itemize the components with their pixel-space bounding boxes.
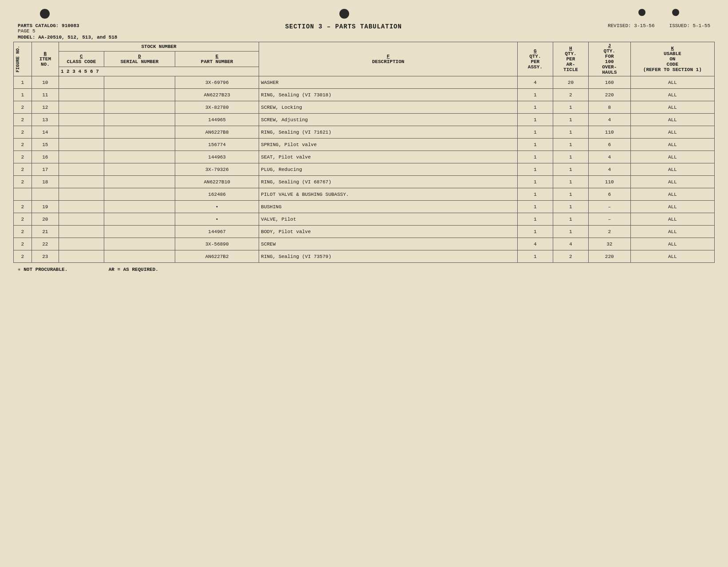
col-g-header: G QTY.PERASSY.: [517, 42, 553, 76]
cell-part: 3X-56890: [175, 238, 259, 250]
cell-part: 144963: [175, 151, 259, 163]
cell-qty-art: 2: [553, 89, 588, 101]
cell-part: 144967: [175, 226, 259, 238]
cell-desc: BODY, Pilot valve: [259, 226, 517, 238]
model-line: MODEL: AA-20510, 512, 513, and 518: [13, 35, 715, 40]
cell-qty-assy: 1: [517, 226, 553, 238]
table-row: 1 10 3X-69796 WASHER 4 20 160 ALL: [14, 76, 715, 89]
cell-qty-100: 4: [588, 163, 630, 176]
col-j-header: J QTY.FOR100OVER-HAULS: [588, 42, 630, 76]
cell-fig: 2: [14, 101, 32, 114]
cell-qty-100: 4: [588, 151, 630, 163]
cell-qty-100: 220: [588, 89, 630, 101]
cell-fig: 2: [14, 114, 32, 126]
cell-part: •: [175, 201, 259, 213]
catalog-number: 910083: [62, 23, 79, 28]
cell-fig: 2: [14, 238, 32, 250]
cell-desc: RING, Sealing (VI 73018): [259, 89, 517, 101]
col-b-label: B: [44, 51, 47, 56]
cell-usable: ALL: [630, 250, 714, 263]
cell-desc: SCREW, Adjusting: [259, 114, 517, 126]
footer-notes: ✳ NOT PROCURABLE. AR = AS REQUIRED.: [13, 266, 715, 272]
cell-qty-100: 8: [588, 101, 630, 114]
cell-serial: [104, 151, 175, 163]
issued-label: ISSUED:: [669, 23, 690, 28]
table-row: 2 16 144963 SEAT, Pilot valve 1 1 4 ALL: [14, 151, 715, 163]
cell-class: [59, 163, 104, 176]
cell-part: AN6227B10: [175, 176, 259, 188]
cell-qty-art: 1: [553, 114, 588, 126]
cell-part: 3X-82780: [175, 101, 259, 114]
cell-usable: ALL: [630, 238, 714, 250]
cell-usable: ALL: [630, 176, 714, 188]
col-header-row-1: FIGURE NO. B ITEM NO. STOCK NUMBER F DES…: [14, 42, 715, 52]
cell-desc: PLUG, Reducing: [259, 163, 517, 176]
col-c-label: CLASS CODE: [67, 59, 96, 64]
cell-serial: [104, 89, 175, 101]
cell-class: [59, 176, 104, 188]
cell-qty-100: 4: [588, 114, 630, 126]
header-left: PARTS CATALOG: 910083 PAGE 5: [18, 23, 79, 34]
cell-qty-100: 32: [588, 238, 630, 250]
stock-number-label: STOCK NUMBER: [142, 44, 177, 49]
cell-usable: ALL: [630, 101, 714, 114]
col-f-header: F DESCRIPTION: [259, 42, 517, 76]
cell-item: 15: [31, 139, 59, 151]
cell-usable: ALL: [630, 151, 714, 163]
cell-serial: [104, 126, 175, 139]
cell-qty-assy: 1: [517, 139, 553, 151]
note1: ✳ NOT PROCURABLE.: [18, 267, 67, 272]
cell-qty-assy: 1: [517, 250, 553, 263]
table-row: 2 23 AN6227B2 RING, Sealing (VI 73579) 1…: [14, 250, 715, 263]
cell-item: [31, 188, 59, 201]
cell-item: 17: [31, 163, 59, 176]
cell-item: 23: [31, 250, 59, 263]
cell-fig: 1: [14, 76, 32, 89]
cell-part: AN6227B8: [175, 126, 259, 139]
cell-qty-art: 1: [553, 139, 588, 151]
cell-class: [59, 201, 104, 213]
dot-right-group: [638, 9, 688, 16]
cell-qty-art: 1: [553, 188, 588, 201]
stock-number-header: STOCK NUMBER: [59, 42, 259, 52]
cell-qty-100: 6: [588, 188, 630, 201]
table-row: 2 21 144967 BODY, Pilot valve 1 1 2 ALL: [14, 226, 715, 238]
cell-qty-assy: 1: [517, 151, 553, 163]
page-line: PAGE 5: [18, 28, 79, 34]
table-row: 2 18 AN6227B10 RING, Sealing (VI 68767) …: [14, 176, 715, 188]
col-k-sub: K: [671, 46, 674, 51]
table-row: 2 12 3X-82780 SCREW, Locking 1 1 8 ALL: [14, 101, 715, 114]
cell-part: AN6227B2: [175, 250, 259, 263]
cell-qty-art: 1: [553, 101, 588, 114]
cell-qty-art: 1: [553, 151, 588, 163]
col-e-label: PART NUMBER: [201, 59, 233, 64]
cell-part: 162486: [175, 188, 259, 201]
cell-qty-100: 110: [588, 176, 630, 188]
cell-fig: 2: [14, 226, 32, 238]
cell-desc: VALVE, Pilot: [259, 213, 517, 226]
cell-item: 11: [31, 89, 59, 101]
cell-qty-assy: 1: [517, 114, 553, 126]
col-a-header: FIGURE NO.: [14, 42, 32, 76]
cell-usable: ALL: [630, 89, 714, 101]
cell-qty-100: –: [588, 213, 630, 226]
cell-fig: 1: [14, 89, 32, 101]
cell-class: [59, 213, 104, 226]
cell-item: 18: [31, 176, 59, 188]
cell-qty-art: 20: [553, 76, 588, 89]
cell-qty-art: 2: [553, 250, 588, 263]
cell-qty-assy: 1: [517, 163, 553, 176]
cell-desc: RING, Sealing (VI 71621): [259, 126, 517, 139]
cell-serial: [104, 201, 175, 213]
cell-item: 10: [31, 76, 59, 89]
cell-usable: ALL: [630, 126, 714, 139]
cell-fig: 2: [14, 151, 32, 163]
col-d-label: SERIAL NUMBER: [121, 59, 159, 64]
col-e-header: E PART NUMBER: [175, 51, 259, 67]
cell-part: •: [175, 213, 259, 226]
cell-qty-100: 2: [588, 226, 630, 238]
cell-usable: ALL: [630, 201, 714, 213]
note2: AR = AS REQUIRED.: [109, 267, 158, 272]
cell-qty-assy: 1: [517, 126, 553, 139]
cell-qty-art: 1: [553, 201, 588, 213]
